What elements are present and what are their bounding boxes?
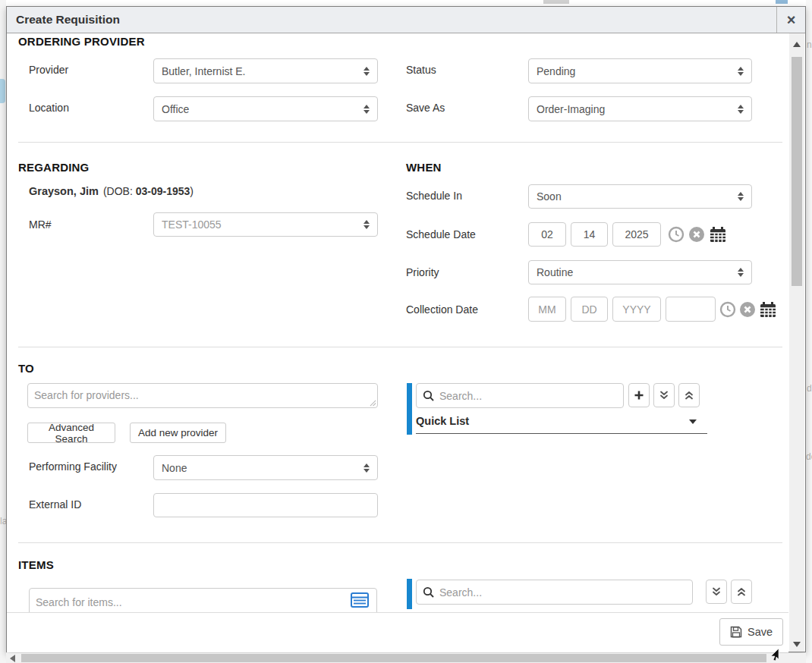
- performing-facility-label: Performing Facility: [29, 460, 117, 473]
- expand-all-button[interactable]: [653, 383, 675, 407]
- quick-list-accent-bar: [407, 383, 412, 435]
- when-heading: WHEN: [406, 161, 442, 174]
- schedule-date-calendar-icon[interactable]: [709, 225, 727, 244]
- status-label: Status: [406, 64, 436, 76]
- close-icon: ×: [787, 11, 796, 29]
- mr-select[interactable]: TEST-10055: [153, 212, 378, 237]
- save-as-label: Save As: [406, 102, 445, 114]
- collection-date-year-input[interactable]: [612, 297, 661, 322]
- backdrop-button-fragment: [0, 79, 5, 103]
- collection-date-time-icon[interactable]: [719, 301, 736, 318]
- chevron-double-up-icon: [736, 586, 747, 597]
- dialog-header: Create Requisition ×: [7, 7, 805, 33]
- backdrop-right: [806, 0, 812, 663]
- chevron-double-up-icon: [684, 390, 694, 401]
- backdrop-fragment: [543, 0, 569, 4]
- items-search-box: [416, 580, 693, 605]
- plus-icon: [634, 390, 644, 401]
- patient-info: Grayson, Jim (DOB: 03-09-1953): [29, 185, 194, 197]
- scroll-left-arrow-icon[interactable]: [10, 655, 15, 662]
- regarding-heading: REGARDING: [18, 161, 89, 174]
- select-arrows-icon: [364, 67, 370, 76]
- quick-list-underline: [416, 433, 707, 434]
- collection-date-label: Collection Date: [406, 303, 478, 316]
- ordering-provider-heading: ORDERING PROVIDER: [18, 35, 145, 48]
- select-arrows-icon: [364, 463, 370, 473]
- chevron-double-down-icon: [711, 586, 722, 597]
- provider-label: Provider: [29, 64, 68, 76]
- schedule-date-time-icon[interactable]: [668, 226, 685, 243]
- items-expand-all-button[interactable]: [706, 580, 727, 604]
- quick-list-caret-icon[interactable]: [689, 419, 697, 424]
- priority-select[interactable]: Routine: [528, 260, 752, 284]
- location-label: Location: [29, 102, 69, 114]
- external-id-input[interactable]: [153, 493, 378, 517]
- select-arrows-icon: [738, 268, 744, 277]
- add-quick-list-button[interactable]: [628, 383, 650, 407]
- section-divider: [18, 142, 782, 143]
- mouse-cursor: [770, 649, 779, 661]
- vertical-scrollbar-thumb[interactable]: [792, 57, 802, 286]
- advanced-search-button[interactable]: Advanced Search: [27, 423, 115, 443]
- items-collapse-all-button[interactable]: [731, 580, 752, 604]
- scroll-up-arrow-icon[interactable]: [793, 42, 801, 47]
- section-divider: [18, 347, 782, 347]
- screen: la n d de Create Requisition × ORDERING …: [0, 0, 812, 663]
- collection-date-day-input[interactable]: [571, 297, 608, 322]
- patient-dob: (DOB: 03-09-1953): [103, 185, 194, 197]
- backdrop-text-fragment: n: [807, 39, 812, 50]
- collection-date-calendar-icon[interactable]: [759, 300, 777, 319]
- scroll-down-arrow-icon[interactable]: [793, 642, 801, 647]
- schedule-date-year-input[interactable]: [612, 222, 661, 247]
- collapse-all-button[interactable]: [678, 383, 700, 407]
- select-arrows-icon: [738, 192, 744, 201]
- collection-date-clear-icon[interactable]: [739, 301, 756, 318]
- collection-date-month-input[interactable]: [528, 297, 566, 322]
- item-list-icon[interactable]: [351, 592, 369, 608]
- items-search-input[interactable]: [416, 580, 693, 605]
- horizontal-scrollbar-thumb[interactable]: [21, 654, 766, 662]
- schedule-date-month-input[interactable]: [528, 222, 566, 247]
- provider-search-textarea[interactable]: [27, 383, 378, 408]
- select-arrows-icon: [364, 220, 370, 229]
- close-button[interactable]: ×: [776, 7, 805, 33]
- dialog-footer: [7, 612, 788, 652]
- backdrop-text-fragment: de: [806, 451, 812, 462]
- to-search-box: [416, 383, 624, 408]
- priority-label: Priority: [406, 266, 439, 278]
- search-icon: [423, 586, 435, 599]
- search-icon: [423, 390, 435, 402]
- external-id-label: External ID: [29, 498, 81, 511]
- dialog-title: Create Requisition: [7, 13, 120, 27]
- add-new-provider-button[interactable]: Add new provider: [130, 423, 226, 443]
- to-search-input[interactable]: [416, 383, 624, 408]
- items-accent-bar: [407, 579, 412, 609]
- save-as-select[interactable]: Order-Imaging: [528, 96, 752, 121]
- chevron-double-down-icon: [659, 390, 669, 401]
- select-arrows-icon: [738, 67, 744, 76]
- patient-name: Grayson, Jim: [29, 185, 99, 197]
- quick-list-header[interactable]: Quick List: [416, 415, 469, 427]
- schedule-in-select[interactable]: Soon: [528, 184, 752, 209]
- provider-select[interactable]: Butler, Internist E.: [153, 58, 378, 83]
- items-heading: ITEMS: [18, 558, 54, 571]
- schedule-date-clear-icon[interactable]: [688, 226, 705, 243]
- select-arrows-icon: [364, 105, 370, 114]
- save-button[interactable]: Save: [719, 618, 783, 646]
- status-select[interactable]: Pending: [528, 58, 752, 83]
- schedule-in-label: Schedule In: [406, 190, 462, 202]
- backdrop-fragment: [776, 0, 788, 4]
- collection-date-time-input[interactable]: [666, 297, 716, 322]
- backdrop-text-fragment: d: [807, 383, 812, 394]
- performing-facility-select[interactable]: None: [153, 455, 378, 480]
- location-select[interactable]: Office: [153, 96, 378, 121]
- schedule-date-label: Schedule Date: [406, 228, 476, 240]
- schedule-date-day-input[interactable]: [571, 222, 608, 247]
- section-divider: [18, 542, 782, 543]
- to-heading: TO: [18, 362, 34, 375]
- save-icon: [730, 626, 742, 638]
- select-arrows-icon: [738, 105, 744, 114]
- mr-label: MR#: [29, 218, 52, 231]
